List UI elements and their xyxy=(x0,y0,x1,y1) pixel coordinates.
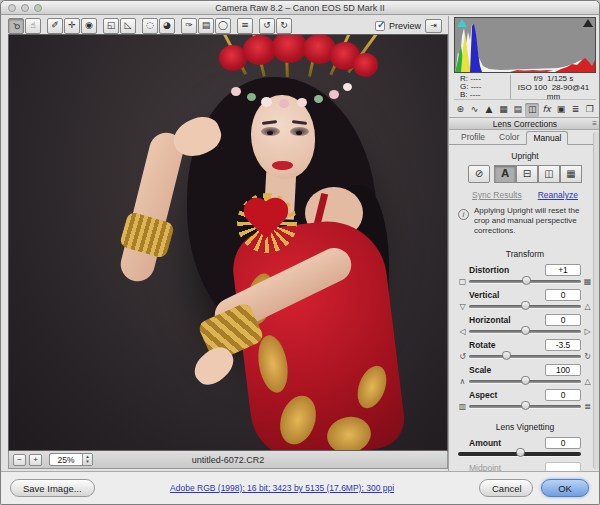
crop-tool[interactable]: ◱ xyxy=(103,18,119,34)
upright-level-button[interactable]: ⊟ xyxy=(516,165,538,183)
slider-thumb[interactable] xyxy=(521,401,530,410)
slider-thumb[interactable] xyxy=(521,376,530,385)
subtab-manual[interactable]: Manual xyxy=(526,131,568,145)
upright-off-button[interactable]: ⊘ xyxy=(468,165,490,183)
hand-tool[interactable]: ☝ xyxy=(25,18,41,34)
photo-flower-bud xyxy=(261,97,272,107)
aperture-value: f/9 xyxy=(534,74,543,83)
upright-full-button[interactable]: ▦ xyxy=(560,165,582,183)
slider-rotate: Rotate-3.5↺↻ xyxy=(456,338,594,361)
cancel-button[interactable]: Cancel xyxy=(479,479,533,497)
ok-button[interactable]: OK xyxy=(541,479,589,497)
scale-down-icon: ∧ xyxy=(456,377,469,386)
upright-buttons: ⊘A⊟◫▦ xyxy=(456,165,594,183)
preferences-button[interactable]: ≡ xyxy=(237,18,253,34)
check-icon: ✓ xyxy=(377,19,385,30)
image-status-bar: − + 25% ▴▾ untitled-6072.CR2 xyxy=(8,451,448,469)
adjustment-brush-tool[interactable]: ✑ xyxy=(181,18,197,34)
zoom-out-button[interactable]: − xyxy=(13,454,26,466)
zoom-level-select[interactable]: 25% ▴▾ xyxy=(49,453,93,466)
zoom-in-button[interactable]: + xyxy=(29,454,42,466)
rotate-right-button[interactable]: ↻ xyxy=(276,18,292,34)
slider-value-field[interactable]: +1 xyxy=(545,264,581,276)
radial-filter-tool[interactable]: ◯ xyxy=(215,18,231,34)
zoom-tool[interactable]: ⚲ xyxy=(8,18,24,34)
upright-vertical-button[interactable]: ◫ xyxy=(538,165,560,183)
slider-thumb[interactable] xyxy=(521,326,530,335)
tab-snapshots[interactable]: ❐ xyxy=(583,103,597,117)
b-value: ---- xyxy=(470,90,481,99)
image-canvas[interactable] xyxy=(8,34,448,451)
slider-thumb[interactable] xyxy=(522,276,531,285)
workflow-options-link[interactable]: Adobe RGB (1998); 16 bit; 3423 by 5135 (… xyxy=(170,483,394,493)
panel-scrollbar[interactable] xyxy=(593,132,600,469)
tab-tone-curve[interactable]: ∿ xyxy=(467,103,481,117)
slider-value-field[interactable]: -3.5 xyxy=(545,339,581,351)
zoom-stepper[interactable]: ▴▾ xyxy=(82,454,92,465)
slider-value-field[interactable]: 0 xyxy=(545,289,581,301)
straighten-tool[interactable]: ◺ xyxy=(120,18,136,34)
tab-effects[interactable]: fx xyxy=(539,103,553,117)
slider-thumb[interactable] xyxy=(516,448,525,457)
tab-hsl-grayscale[interactable]: ▦ xyxy=(496,103,510,117)
slider-value-field[interactable]: 0 xyxy=(545,314,581,326)
reanalyze-link[interactable]: Reanalyze xyxy=(538,190,578,200)
slider-track[interactable] xyxy=(458,452,581,456)
slider-value-field[interactable]: 100 xyxy=(545,364,581,376)
toolbar: ⚲☝✐✛◉◱◺◌◕✑▤◯≡↺↻ ✓ Preview ⇥ xyxy=(8,17,448,34)
zoom-window-button[interactable] xyxy=(34,4,42,12)
tab-camera-calibration[interactable]: ▣ xyxy=(554,103,568,117)
red-eye-removal-tool[interactable]: ◕ xyxy=(159,18,175,34)
upright-auto-button[interactable]: A xyxy=(494,165,516,183)
tab-presets[interactable]: ≣ xyxy=(568,103,582,117)
panel-menu-button[interactable]: ≡ xyxy=(592,118,597,130)
tab-basic[interactable]: ⊛ xyxy=(453,103,467,117)
sync-results-link[interactable]: Sync Results xyxy=(472,190,522,200)
photo-flower-bud xyxy=(231,87,241,96)
tab-split-toning[interactable]: ▤ xyxy=(511,103,525,117)
tab-detail[interactable]: ▲ xyxy=(482,103,496,117)
fullscreen-toggle-button[interactable]: ⇥ xyxy=(425,19,442,33)
rotate-left-button[interactable]: ↺ xyxy=(259,18,275,34)
targeted-adjustment-tool[interactable]: ◉ xyxy=(81,18,97,34)
slider-track[interactable] xyxy=(469,405,581,408)
shutter-value: 1/125 s xyxy=(547,74,573,83)
slider-scale: Scale100∧△ xyxy=(456,363,594,386)
iso-value: ISO 100 xyxy=(518,83,547,92)
slider-track[interactable] xyxy=(469,305,581,308)
tab-lens-corrections[interactable]: ◫ xyxy=(525,103,539,117)
subtab-color[interactable]: Color xyxy=(492,130,526,144)
right-panel: R: ---- G: ---- B: ---- f/9 1/125 s ISO … xyxy=(448,16,600,471)
slider-thumb[interactable] xyxy=(502,351,511,360)
b-label: B: xyxy=(460,90,468,99)
minimize-window-button[interactable] xyxy=(21,4,29,12)
spot-removal-tool[interactable]: ◌ xyxy=(142,18,158,34)
rotate-ccw-icon: ↺ xyxy=(456,352,469,361)
shadow-clipping-toggle[interactable] xyxy=(457,19,467,27)
slider-value-field[interactable]: 0 xyxy=(545,389,581,401)
manual-tab-panel: Upright ⊘A⊟◫▦ Sync Results Reanalyze i A… xyxy=(449,145,600,471)
color-sampler-tool[interactable]: ✛ xyxy=(64,18,80,34)
slider-track[interactable] xyxy=(469,280,581,283)
preview-label: Preview xyxy=(389,21,421,31)
slider-track[interactable] xyxy=(469,380,581,383)
slider-track[interactable] xyxy=(469,355,581,358)
keystone-horizontal-left-icon: ◁ xyxy=(456,327,469,336)
transform-title: Transform xyxy=(456,249,594,259)
slider-value-field[interactable]: 0 xyxy=(545,437,581,449)
photo-eye xyxy=(267,131,273,135)
white-balance-tool[interactable]: ✐ xyxy=(47,18,63,34)
slider-thumb[interactable] xyxy=(521,301,530,310)
transform-sliders: Distortion+1▢▦Vertical0▽△Horizontal0◁▷Ro… xyxy=(456,263,594,413)
vignetting-title: Lens Vignetting xyxy=(456,422,594,432)
preview-checkbox[interactable]: ✓ xyxy=(375,21,385,31)
photo-flower-bud xyxy=(279,99,289,108)
close-window-button[interactable] xyxy=(8,4,16,12)
shot-settings: f/9 1/125 s ISO 100 28-90@41 mm xyxy=(511,74,596,101)
slider-amount: Amount0 xyxy=(456,436,594,459)
graduated-filter-tool[interactable]: ▤ xyxy=(198,18,214,34)
subtab-profile[interactable]: Profile xyxy=(454,130,492,144)
save-image-button[interactable]: Save Image... xyxy=(10,479,95,497)
highlight-clipping-toggle[interactable] xyxy=(583,19,593,27)
slider-track[interactable] xyxy=(469,330,581,333)
